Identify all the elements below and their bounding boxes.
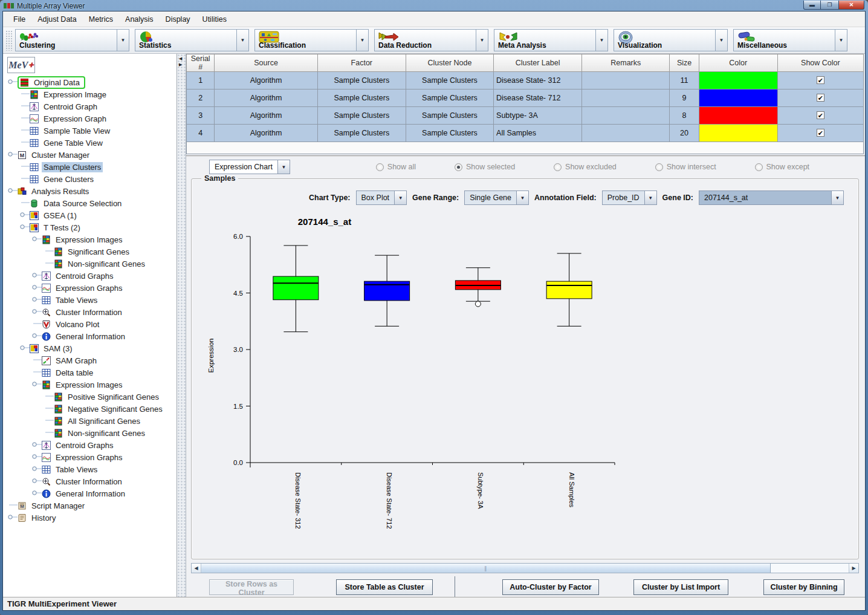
cluster-color-swatch[interactable] <box>699 125 777 142</box>
toolbar-button-classification[interactable]: Classification <box>254 29 356 51</box>
toolbar-dropdown-miscellaneous[interactable]: ▼ <box>835 29 847 51</box>
tree-item-t-tests-2[interactable]: T Tests (2) <box>3 221 177 233</box>
tree-expander-icon[interactable] <box>7 184 18 198</box>
menu-adjust-data[interactable]: Adjust Data <box>32 13 82 25</box>
table-row[interactable]: 4AlgorithmSample ClustersSample Clusters… <box>187 125 864 142</box>
tree-item-expression-images[interactable]: Expression Images <box>3 233 177 246</box>
toolbar-dropdown-classification[interactable]: ▼ <box>356 29 369 51</box>
tree-item-history[interactable]: History <box>3 512 177 524</box>
combo-annotation-field[interactable]: Probe_ID▼ <box>602 190 657 205</box>
cluster-color-swatch[interactable] <box>699 72 777 89</box>
scroll-left-icon[interactable]: ◀ <box>192 564 201 573</box>
table-row[interactable]: 3AlgorithmSample ClustersSample Clusters… <box>187 107 864 125</box>
show-color-checkbox[interactable]: ✔ <box>817 76 824 84</box>
scrollbar-thumb[interactable]: ∥ <box>201 564 771 573</box>
toolbar-button-statistics[interactable]: Statistics <box>135 29 236 51</box>
column-header-show-color[interactable]: Show Color <box>777 54 863 72</box>
toolbar-dropdown-data-reduction[interactable]: ▼ <box>476 29 488 51</box>
expand-right-icon[interactable]: ▶ <box>179 62 182 67</box>
tree-item-expression-graph[interactable]: Expression Graph <box>3 112 177 125</box>
tree-item-data-source-selection[interactable]: Data Source Selection <box>3 197 177 209</box>
tree-item-sam-3[interactable]: SAM (3) <box>3 342 177 354</box>
tree-expander-icon[interactable] <box>19 221 30 235</box>
toolbar-dropdown-statistics[interactable]: ▼ <box>236 29 249 51</box>
tree-item-all-significant-genes[interactable]: All Significant Genes <box>3 415 177 427</box>
menu-display[interactable]: Display <box>160 13 196 25</box>
tree-item-centroid-graphs[interactable]: Centroid Graphs <box>3 270 177 282</box>
tree-item-sample-clusters[interactable]: Sample Clusters <box>3 161 177 173</box>
tree-item-negative-significant-genes[interactable]: Negative Significant Genes <box>3 403 177 415</box>
toolbar-dropdown-clustering[interactable]: ▼ <box>117 29 129 51</box>
scroll-right-icon[interactable]: ▶ <box>849 564 858 573</box>
tree-expander-icon[interactable] <box>31 330 42 343</box>
column-header-cluster-label[interactable]: Cluster Label <box>494 54 582 72</box>
tree-item-gsea-1[interactable]: GSEA (1) <box>3 209 177 221</box>
viewer-select[interactable]: Expression Chart ▼ <box>209 160 290 174</box>
tree-item-delta-table[interactable]: Delta table <box>3 366 177 379</box>
menu-metrics[interactable]: Metrics <box>83 13 118 25</box>
menu-file[interactable]: File <box>8 13 31 25</box>
close-button[interactable]: ✕ <box>838 1 864 10</box>
radio-show-selected[interactable]: Show selected <box>455 163 515 171</box>
column-header-source[interactable]: Source <box>215 54 317 72</box>
auto-cluster-by-factor-button[interactable]: Auto-Cluster by Factor <box>502 579 599 595</box>
horizontal-scrollbar[interactable]: ◀ ∥ ▶ <box>191 563 859 573</box>
tree-item-cluster-information[interactable]: Cluster Information <box>3 306 177 318</box>
toolbar-button-clustering[interactable]: Clustering <box>15 29 117 51</box>
toolbar-grip[interactable] <box>5 30 13 51</box>
column-header-color[interactable]: Color <box>699 54 777 72</box>
tree-expander-icon[interactable] <box>7 76 18 89</box>
store-table-as-cluster-button[interactable]: Store Table as Cluster <box>336 579 433 595</box>
cluster-by-list-import-button[interactable]: Cluster by List Import <box>633 579 728 595</box>
table-row[interactable]: 2AlgorithmSample ClustersSample Clusters… <box>187 89 864 107</box>
radio-show-all[interactable]: Show all <box>376 163 416 171</box>
tree-item-sample-table-view[interactable]: Sample Table View <box>3 125 177 137</box>
show-color-checkbox[interactable]: ✔ <box>817 129 824 137</box>
column-header-factor[interactable]: Factor <box>317 54 406 72</box>
split-divider[interactable]: ◀ ▶ <box>177 54 186 597</box>
tree-item-volcano-plot[interactable]: Volcano Plot <box>3 318 177 330</box>
radio-show-excluded[interactable]: Show excluded <box>554 163 617 171</box>
toolbar-dropdown-meta-analysis[interactable]: ▼ <box>595 29 608 51</box>
radio-show-except[interactable]: Show except <box>755 163 810 171</box>
toolbar-button-data-reduction[interactable]: Data Reduction <box>374 29 476 51</box>
tree-item-gene-clusters[interactable]: Gene Clusters <box>3 173 177 185</box>
tree-item-script-manager[interactable]: MScript Manager <box>3 499 177 512</box>
column-header-size[interactable]: Size <box>670 54 699 72</box>
toolbar-button-visualization[interactable]: Visualization <box>614 29 715 51</box>
menu-utilities[interactable]: Utilities <box>197 13 232 25</box>
toolbar-button-miscellaneous[interactable]: Miscellaneous <box>733 29 835 51</box>
scrollbar-track[interactable]: ∥ <box>201 564 849 573</box>
show-color-checkbox[interactable]: ✔ <box>817 94 824 102</box>
tree-expander-icon[interactable] <box>31 487 42 501</box>
tree-expander-icon[interactable] <box>31 378 42 392</box>
combo-gene-range[interactable]: Single Gene▼ <box>464 190 529 205</box>
tree-item-non-significant-genes[interactable]: Non-significant Genes <box>3 258 177 270</box>
cluster-color-swatch[interactable] <box>699 107 777 125</box>
tree-item-centroid-graphs[interactable]: Centroid Graphs <box>3 439 177 451</box>
minimize-button[interactable]: ▬ <box>803 1 821 10</box>
collapse-left-icon[interactable]: ◀ <box>179 56 182 61</box>
tree-item-table-views[interactable]: Table Views <box>3 463 177 475</box>
tree-expander-icon[interactable] <box>7 511 18 525</box>
tree-expander-icon[interactable] <box>19 342 30 356</box>
tree-item-cluster-information[interactable]: Cluster Information <box>3 475 177 487</box>
toolbar-button-meta-analysis[interactable]: Meta Analysis <box>494 29 595 51</box>
tree-item-expression-graphs[interactable]: Expression Graphs <box>3 451 177 463</box>
tree-expander-icon[interactable] <box>7 148 18 162</box>
tree-item-expression-graphs[interactable]: Expression Graphs <box>3 282 177 294</box>
tree-item-original-data[interactable]: Original Data <box>3 76 177 88</box>
tree-item-expression-images[interactable]: Expression Images <box>3 379 177 391</box>
table-row[interactable]: 1AlgorithmSample ClustersSample Clusters… <box>187 72 864 89</box>
combo-chart-type[interactable]: Box Plot▼ <box>356 190 407 205</box>
tree-item-centroid-graph[interactable]: Centroid Graph <box>3 100 177 112</box>
column-header-remarks[interactable]: Remarks <box>582 54 670 72</box>
tree-item-general-information[interactable]: General Information <box>3 487 177 499</box>
tree-item-table-views[interactable]: Table Views <box>3 294 177 306</box>
tree-item-non-significant-genes[interactable]: Non-significant Genes <box>3 427 177 439</box>
cluster-color-swatch[interactable] <box>699 89 777 107</box>
toolbar-dropdown-visualization[interactable]: ▼ <box>715 29 728 51</box>
tree-item-significant-genes[interactable]: Significant Genes <box>3 246 177 258</box>
cluster-by-binning-button[interactable]: Cluster by Binning <box>763 579 844 595</box>
radio-show-intersect[interactable]: Show intersect <box>655 163 716 171</box>
